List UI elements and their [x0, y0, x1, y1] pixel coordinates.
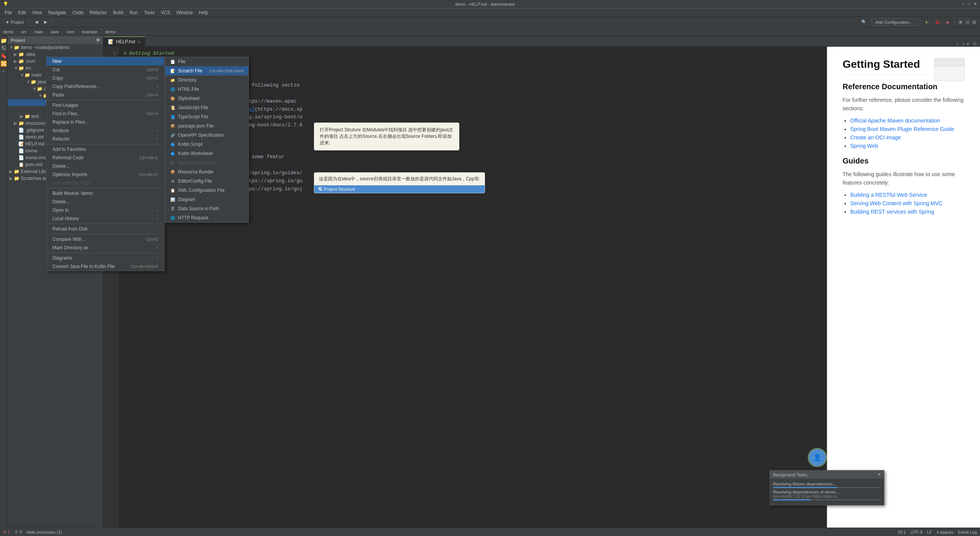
toolbar-project[interactable]: ▼ Project: [3, 18, 26, 26]
ctx-find-files[interactable]: Find in Files...Ctrl+H: [46, 109, 164, 118]
ctx-local-history[interactable]: Local History›: [46, 214, 164, 223]
sub-html[interactable]: 🌐 HTML File: [165, 85, 248, 94]
ctx-delete2[interactable]: Delete...: [46, 198, 164, 206]
ctx-mark-dir[interactable]: Mark Directory as›: [46, 243, 164, 252]
sub-label: EditorConfig File: [178, 178, 212, 184]
menu-vcs[interactable]: VCS: [158, 9, 173, 16]
breadcrumb-demo[interactable]: demo: [3, 29, 14, 34]
menu-build[interactable]: Build: [110, 9, 126, 16]
breadcrumb-com[interactable]: com: [66, 29, 74, 34]
ctx-analyze[interactable]: Analyze›: [46, 126, 164, 135]
sub-js[interactable]: 📜 JavaScript File: [165, 103, 248, 112]
breadcrumb-main[interactable]: main: [34, 29, 44, 34]
sub-css[interactable]: 🎨 Stylesheet: [165, 94, 248, 103]
toolbar-back[interactable]: ◀: [33, 18, 40, 26]
breadcrumb-java[interactable]: java: [51, 29, 59, 34]
menu-navigate[interactable]: Navigate: [45, 9, 69, 16]
status-errors[interactable]: ⊗ 1: [3, 529, 10, 534]
sidebar-gear-icon[interactable]: ⚙: [96, 38, 100, 42]
minimize-btn[interactable]: ─: [962, 2, 965, 7]
status-indent[interactable]: 4 spaces: [936, 530, 953, 534]
sub-diagram[interactable]: 📊 Diagram: [165, 195, 248, 204]
menu-code[interactable]: Code: [69, 9, 87, 16]
ctx-reformat[interactable]: Reformat CodeCtrl+Alt+L: [46, 154, 164, 162]
bg-tasks-close[interactable]: ✕: [877, 472, 881, 477]
menu-file[interactable]: File: [2, 9, 15, 16]
project-icon[interactable]: 📁: [1, 38, 7, 44]
menu-window[interactable]: Window: [173, 9, 196, 16]
ctx-convert-kotlin[interactable]: Convert Java File to Kotlin FileCtrl+Alt…: [46, 262, 164, 271]
editor-toggle2[interactable]: 1 ▼: [962, 42, 970, 46]
menu-run[interactable]: Run: [126, 9, 141, 16]
ctx-build-module[interactable]: Build Module 'demo': [46, 189, 164, 198]
sub-xml-config[interactable]: 📋 XML Configuration File: [165, 186, 248, 195]
structure-icon[interactable]: 🏗: [1, 45, 7, 51]
ctx-compare[interactable]: Compare With...Ctrl+D: [46, 235, 164, 243]
sub-directory[interactable]: 📁 Directory: [165, 75, 248, 85]
ctx-delete[interactable]: Delete...: [46, 162, 164, 170]
status-line-ending[interactable]: LF: [927, 530, 932, 534]
ctx-add-favorites[interactable]: Add to Favorites: [46, 145, 164, 154]
status-event-log[interactable]: Event Log: [958, 530, 977, 534]
ctx-new[interactable]: New›: [46, 57, 164, 65]
sub-http-request[interactable]: 🌐 HTTP Request: [165, 213, 248, 222]
sub-data-source[interactable]: 🗄 Data Source in Path: [165, 204, 248, 213]
tab-help-md[interactable]: 📝 HELP.md ✕: [103, 36, 145, 46]
ctx-cut[interactable]: CutCtrl+X: [46, 65, 164, 74]
breadcrumb-src[interactable]: src: [21, 29, 27, 34]
tree-label: mvnw: [25, 148, 37, 154]
ctx-reload[interactable]: Reload from Disk: [46, 225, 164, 233]
tooltip-project-structure-bar[interactable]: 🏗 Project Structure: [314, 185, 485, 193]
toolbar-debug[interactable]: 🐞: [933, 18, 942, 26]
layout-btn1[interactable]: ▣: [958, 19, 963, 25]
ctx-paste[interactable]: PasteCtrl+V: [46, 91, 164, 99]
sub-scratch[interactable]: 📝 Scratch File Ctrl+Alt+Shift+Insert: [165, 66, 248, 75]
sub-editor-config[interactable]: ⚙ EditorConfig File: [165, 176, 248, 186]
toolbar-run[interactable]: ▶: [923, 18, 931, 26]
ctx-find-usages[interactable]: Find Usages: [46, 101, 164, 109]
sub-resource-bundle[interactable]: 📦 Resource Bundle: [165, 167, 248, 176]
maximize-btn[interactable]: □: [968, 2, 970, 7]
ctx-optimize[interactable]: Optimize ImportsCtrl+Alt+O: [46, 170, 164, 179]
menu-edit[interactable]: Edit: [15, 9, 29, 16]
add-configuration-button[interactable]: Add Configuration...: [871, 19, 917, 26]
tooltip-bar-label: Project Structure: [324, 187, 355, 191]
todo-icon[interactable]: ✓: [1, 68, 7, 74]
sub-kotlin-worksheet[interactable]: 🔷 Kotlin Worksheet: [165, 149, 248, 158]
toolbar-stop[interactable]: ■: [944, 18, 951, 26]
menu-tools[interactable]: Tools: [141, 9, 158, 16]
editor-toggle1[interactable]: ✓: [956, 41, 959, 46]
sub-label: HTML File: [178, 87, 199, 92]
sub-pkg-json[interactable]: 📦 package.json File: [165, 121, 248, 131]
sub-openapi[interactable]: 🔗 OpenAPI Specification: [165, 131, 248, 140]
sub-file[interactable]: 📄 File: [165, 57, 248, 66]
sidebar-title: Project: [11, 38, 25, 42]
bookmark-icon[interactable]: 🔖: [1, 53, 7, 59]
toolbar-forward[interactable]: ▶: [42, 18, 49, 26]
status-encoding[interactable]: UTF-8: [910, 530, 922, 534]
ctx-replace[interactable]: Replace in Files...: [46, 118, 164, 126]
ctx-copy-path[interactable]: Copy Path/Reference...›: [46, 82, 164, 91]
avatar[interactable]: 👤: [808, 448, 827, 467]
menu-help[interactable]: Help: [196, 9, 211, 16]
ctx-diagrams[interactable]: Diagrams›: [46, 254, 164, 262]
close-btn[interactable]: ✕: [973, 2, 977, 7]
sub-ts[interactable]: 📘 TypeScript File: [165, 112, 248, 121]
menu-view[interactable]: View: [29, 9, 45, 16]
tab-close-icon[interactable]: ✕: [137, 40, 140, 44]
layout-btn3[interactable]: ▦: [972, 19, 977, 25]
ctx-open-in[interactable]: Open In›: [46, 206, 164, 214]
search-icon[interactable]: 🔍: [861, 20, 867, 25]
tree-item-demo-root[interactable]: ▼ 📁 demo ~/code/java/demo: [8, 44, 103, 51]
status-warnings[interactable]: ⚠ 0: [15, 529, 22, 534]
breadcrumb-demo2[interactable]: demo: [105, 29, 116, 34]
layout-btn2[interactable]: ▤: [965, 19, 970, 25]
sub-kotlin-script[interactable]: 🔷 Kotlin Script: [165, 140, 248, 149]
git-icon[interactable]: 🔀: [1, 60, 7, 67]
hide-processes[interactable]: Hide processes (1): [26, 530, 62, 534]
editor-config-icon[interactable]: ⚙: [973, 41, 977, 46]
ctx-refactor[interactable]: Refactor›: [46, 135, 164, 143]
breadcrumb-example[interactable]: example: [82, 29, 98, 34]
ctx-copy[interactable]: CopyCtrl+C: [46, 74, 164, 82]
menu-refactor[interactable]: Refactor: [87, 9, 110, 16]
